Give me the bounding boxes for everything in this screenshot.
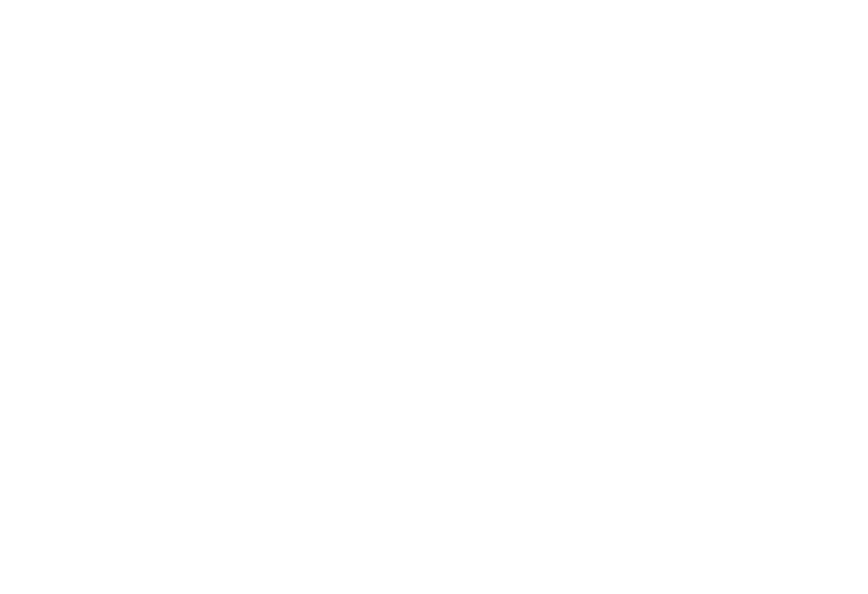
er-diagram	[0, 0, 868, 594]
